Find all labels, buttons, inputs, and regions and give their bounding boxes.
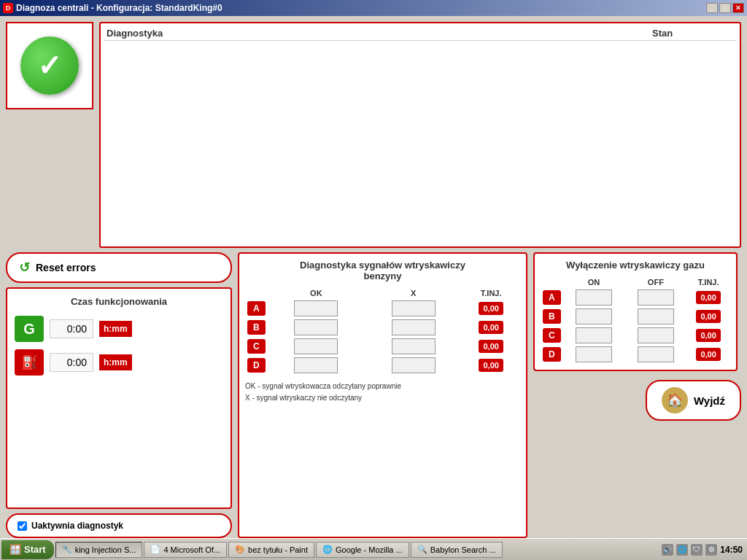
gas-row-c-tinj: 0,00 <box>696 329 720 342</box>
table-row: C 0,00 <box>245 337 520 356</box>
title-bar: D Diagnoza centrali - Konfiguracja: Stan… <box>0 0 747 16</box>
gas-row-d-tinj: 0,00 <box>696 348 720 361</box>
taskbar-babylon-label: Babylon Search ... <box>430 545 496 554</box>
start-button[interactable]: 🪟 Start <box>1 540 54 559</box>
checkmark-icon <box>20 36 79 95</box>
row-c-x-input[interactable] <box>392 338 436 354</box>
gas-row-d-label: D <box>543 347 561 362</box>
petrol-fuel-icon: ⛽ <box>15 349 44 376</box>
gas-row-b-label: B <box>543 309 561 324</box>
row-d-label: D <box>247 358 266 373</box>
gas-row-a-on-input[interactable] <box>576 289 612 306</box>
maximize-button[interactable]: □ <box>719 3 731 13</box>
petrol-time-display: 0:00 <box>50 353 93 372</box>
bottom-section: ↺ Reset errors Czas funkcjonowania G 0:0… <box>6 252 741 538</box>
taskbar-king-icon: 🔧 <box>62 545 72 554</box>
row-b-label: B <box>247 320 266 335</box>
reset-errors-button[interactable]: ↺ Reset errors <box>6 252 232 283</box>
gas-row-a-off-input[interactable] <box>638 289 674 306</box>
wyjdz-button[interactable]: 🏠 Wyjdź <box>646 380 741 421</box>
gas-col-on: ON <box>563 276 625 288</box>
taskbar-item-office[interactable]: 📄 4 Microsoft Of... <box>144 542 227 558</box>
gas-row-b-off-input[interactable] <box>638 308 674 324</box>
col-tinj: T.INJ. <box>462 287 520 299</box>
gas-row-d-off-input[interactable] <box>638 346 674 362</box>
gas-row-c-on-input[interactable] <box>576 327 612 343</box>
close-button[interactable]: ✕ <box>732 3 744 13</box>
gas-inj-table: ON OFF T.INJ. A 0,00 B <box>541 276 730 364</box>
systray-icon-3: 🛡 <box>691 544 703 556</box>
taskbar-king-label: king Injection S... <box>75 545 136 554</box>
legend-line1: OK - sygnał wtryskowacza odczytany popra… <box>245 381 520 392</box>
gas-row-b-on-input[interactable] <box>576 308 612 324</box>
top-section: Diagnostyka Stan <box>6 22 741 248</box>
logo-container <box>6 22 93 248</box>
row-a-x-input[interactable] <box>392 300 436 316</box>
home-icon: 🏠 <box>662 387 688 413</box>
minimize-button[interactable]: _ <box>706 3 718 13</box>
row-d-ok-input[interactable] <box>294 357 338 373</box>
uaktywnia-checkbox[interactable] <box>18 521 27 531</box>
czas-box: Czas funkcjonowania G 0:00 h:mm ⛽ 0:00 h… <box>6 287 232 509</box>
petrol-time-row: ⛽ 0:00 h:mm <box>15 349 223 376</box>
start-icon: 🪟 <box>9 544 21 555</box>
gas-row-d-on-input[interactable] <box>576 346 612 362</box>
window-controls: _ □ ✕ <box>706 3 744 13</box>
gas-col-off: OFF <box>624 276 686 288</box>
row-b-x-input[interactable] <box>392 319 436 335</box>
gas-time-display: 0:00 <box>50 319 93 338</box>
czas-title: Czas funkcjonowania <box>15 296 223 307</box>
row-a-tinj: 0,00 <box>479 302 503 315</box>
row-d-tinj: 0,00 <box>479 359 503 372</box>
row-a-ok-input[interactable] <box>294 300 338 316</box>
taskbar-item-paint[interactable]: 🎨 bez tytułu - Paint <box>228 542 314 558</box>
legend-area: OK - sygnał wtryskowacza odczytany popra… <box>245 381 520 404</box>
row-a-label: A <box>247 301 266 316</box>
gas-col-tinj: T.INJ. <box>686 276 730 288</box>
row-c-ok-input[interactable] <box>294 338 338 354</box>
diagnostyka-col-label: Diagnostyka <box>104 26 649 40</box>
row-b-tinj: 0,00 <box>479 321 503 334</box>
window-title: Diagnoza centrali - Konfiguracja: Standa… <box>16 3 222 13</box>
petrol-time-unit: h:mm <box>99 354 132 370</box>
row-b-ok-input[interactable] <box>294 319 338 335</box>
taskbar-mozilla-label: Google - Mozilla ... <box>336 545 403 554</box>
diagnostyka-panel: Diagnostyka Stan <box>99 22 741 248</box>
taskbar-item-king[interactable]: 🔧 king Injection S... <box>55 542 143 558</box>
taskbar-mozilla-icon: 🌐 <box>322 545 333 554</box>
legend-line2: X - sygnał wtryskaczy nie odczytany <box>245 392 520 404</box>
gas-row-c-off-input[interactable] <box>638 327 674 343</box>
taskbar-item-mozilla[interactable]: 🌐 Google - Mozilla ... <box>316 542 409 558</box>
table-row: A 0,00 <box>541 288 730 307</box>
taskbar-item-babylon[interactable]: 🔍 Babylon Search ... <box>411 542 503 558</box>
uaktywnia-label: Uaktywnia diagnostyk <box>31 521 123 531</box>
col-x: X <box>365 287 462 299</box>
wylaczenie-title: Wyłączenie wtryskawiczy gazu <box>541 260 730 271</box>
row-c-label: C <box>247 339 266 354</box>
taskbar-babylon-icon: 🔍 <box>417 545 427 554</box>
main-content: Diagnostyka Stan ↺ Reset errors Czas fun… <box>0 16 747 544</box>
inj-table: OK X T.INJ. A 0,00 B <box>245 287 520 375</box>
gas-time-unit: h:mm <box>99 321 132 337</box>
systray-icon-1: 🔊 <box>662 544 673 556</box>
gas-row-a-label: A <box>543 290 561 305</box>
systray-icon-2: 🌐 <box>676 544 688 556</box>
logo-box <box>6 22 93 109</box>
right-column: Wyłączenie wtryskawiczy gazu ON OFF T.IN… <box>533 252 741 538</box>
gas-time-row: G 0:00 h:mm <box>15 316 223 342</box>
left-panel: ↺ Reset errors Czas funkcjonowania G 0:0… <box>6 252 232 538</box>
gas-row-a-tinj: 0,00 <box>696 291 720 304</box>
gas-fuel-icon: G <box>15 316 44 342</box>
table-row: C 0,00 <box>541 326 730 345</box>
systray-time: 14:50 <box>720 545 743 555</box>
diagnostyka-header: Diagnostyka Stan <box>104 26 737 41</box>
taskbar-office-label: 4 Microsoft Of... <box>163 545 220 554</box>
uaktywnia-button[interactable]: Uaktywnia diagnostyk <box>6 513 232 538</box>
diagnostyka-content-area <box>104 44 737 211</box>
wylaczenie-panel: Wyłączenie wtryskawiczy gazu ON OFF T.IN… <box>533 252 738 371</box>
row-d-x-input[interactable] <box>392 357 436 373</box>
systray-icon-4: ⚙ <box>705 544 717 556</box>
diagnostyka-sygnalow-panel: Diagnostyka sygnałów wtryskawiczy benzyn… <box>238 252 527 538</box>
table-row: B 0,00 <box>245 318 520 337</box>
taskbar-paint-icon: 🎨 <box>235 545 245 554</box>
